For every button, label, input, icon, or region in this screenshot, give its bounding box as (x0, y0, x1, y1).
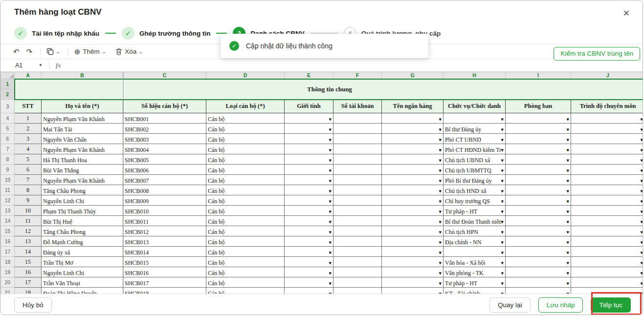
row-header-12[interactable]: 12 (1, 195, 15, 206)
cell-type[interactable]: Cán bộ (206, 175, 285, 185)
dropdown-arrow-icon[interactable]: ▼ (567, 251, 569, 256)
cell-gender[interactable]: ▼ (285, 175, 333, 185)
cell-gender[interactable]: ▼ (285, 124, 333, 134)
cell-department[interactable]: ▼ (506, 236, 571, 247)
cell-code[interactable]: SHCB015 (123, 257, 206, 267)
cell-code[interactable]: SHCB007 (123, 175, 206, 185)
cell-gender[interactable]: ▼ (285, 226, 333, 236)
column-header-F[interactable]: F (333, 72, 382, 79)
cell-name[interactable]: Mai Tấn Tài (42, 124, 123, 134)
dropdown-arrow-icon[interactable]: ▼ (439, 190, 442, 195)
cell-department[interactable]: ▼ (506, 247, 571, 257)
cell-type[interactable]: Cán bộ (206, 206, 285, 216)
dropdown-arrow-icon[interactable]: ▼ (641, 210, 643, 215)
column-header-G[interactable]: G (382, 72, 444, 79)
cell-stt[interactable]: 16 (15, 267, 42, 277)
cell-position[interactable]: Tư pháp - HT▼ (444, 277, 506, 288)
cell-name[interactable]: Tăng Châu Phong (42, 185, 123, 195)
row-header-4[interactable]: 4 (1, 113, 15, 124)
cell-name[interactable]: Trần Văn Thoại (42, 277, 123, 288)
dropdown-arrow-icon[interactable]: ▼ (329, 138, 332, 144)
cell-qualification[interactable]: ▼ (571, 247, 644, 257)
row-header-15[interactable]: 15 (1, 226, 15, 236)
row-header-17[interactable]: 17 (1, 247, 15, 257)
cell-type[interactable]: Cán bộ (206, 195, 285, 206)
cell-stt[interactable]: 9 (15, 195, 42, 206)
cell-stt[interactable]: 13 (15, 236, 42, 247)
cell-type[interactable]: Cán bộ (206, 144, 285, 154)
redo-button[interactable]: ↷ (26, 48, 33, 55)
add-row-button[interactable]: ⊕ Thêm ⌄ (74, 48, 106, 55)
cell-position[interactable]: Văn phòng - TK▼ (444, 267, 506, 277)
cell-reference-box[interactable]: A1 (15, 62, 39, 69)
cell-bank[interactable]: ▼ (382, 216, 444, 226)
cell-bank[interactable]: ▼ (382, 206, 444, 216)
cell-type[interactable]: Cán bộ (206, 165, 285, 175)
cell-bank[interactable]: ▼ (382, 165, 444, 175)
cell-code[interactable]: SHCB003 (123, 134, 206, 144)
dropdown-arrow-icon[interactable]: ▼ (567, 261, 569, 267)
cell-stt[interactable]: 3 (15, 134, 42, 144)
cell-bank[interactable]: ▼ (382, 247, 444, 257)
cell-qualification[interactable]: ▼ (571, 267, 644, 277)
dropdown-arrow-icon[interactable]: ▼ (501, 148, 504, 154)
cell-account[interactable] (333, 185, 382, 195)
cell-stt[interactable]: 12 (15, 226, 42, 236)
dropdown-arrow-icon[interactable]: ▼ (567, 272, 569, 277)
cell-stt[interactable]: 4 (15, 144, 42, 154)
cell-ref-dropdown-icon[interactable]: ▼ (39, 63, 43, 67)
cell-qualification[interactable]: ▼ (571, 144, 644, 154)
dropdown-arrow-icon[interactable]: ▼ (329, 159, 332, 164)
dropdown-arrow-icon[interactable]: ▼ (501, 128, 504, 133)
cell-gender[interactable]: ▼ (285, 277, 333, 288)
column-header-C[interactable]: C (123, 72, 206, 79)
dropdown-arrow-icon[interactable]: ▼ (567, 148, 569, 154)
dropdown-arrow-icon[interactable]: ▼ (439, 128, 442, 133)
dropdown-arrow-icon[interactable]: ▼ (329, 179, 332, 185)
column-header-D[interactable]: D (206, 72, 285, 79)
dropdown-arrow-icon[interactable]: ▼ (501, 210, 504, 215)
cell-qualification[interactable]: ▼ (571, 113, 644, 124)
cell-gender[interactable]: ▼ (285, 195, 333, 206)
cell-code[interactable]: SHCB005 (123, 154, 206, 165)
cell-name[interactable]: Tăng Châu Phong (42, 226, 123, 236)
dropdown-arrow-icon[interactable]: ▼ (501, 241, 504, 246)
cell-position[interactable]: Tư pháp - HT▼ (444, 206, 506, 216)
dropdown-arrow-icon[interactable]: ▼ (567, 118, 569, 123)
dropdown-arrow-icon[interactable]: ▼ (439, 231, 442, 236)
group-header-cell[interactable]: Thông tin chung (15, 79, 644, 100)
cell-department[interactable]: ▼ (506, 277, 571, 288)
dropdown-arrow-icon[interactable]: ▼ (501, 282, 504, 287)
column-header-I[interactable]: I (506, 72, 571, 79)
cell-name[interactable]: Nguyễn Phạm Vân Khánh (42, 144, 123, 154)
dropdown-arrow-icon[interactable]: ▼ (567, 200, 569, 205)
dropdown-arrow-icon[interactable]: ▼ (439, 282, 442, 287)
dropdown-arrow-icon[interactable]: ▼ (567, 138, 569, 144)
cell-gender[interactable]: ▼ (285, 288, 333, 294)
cell-code[interactable]: SHCB011 (123, 216, 206, 226)
cell-type[interactable]: Cán bộ (206, 267, 285, 277)
cell-position[interactable]: ▼ (444, 247, 506, 257)
dropdown-arrow-icon[interactable]: ▼ (641, 282, 643, 287)
cell-qualification[interactable]: ▼ (571, 277, 644, 288)
dropdown-arrow-icon[interactable]: ▼ (329, 251, 332, 256)
cell-department[interactable]: ▼ (506, 195, 571, 206)
dropdown-arrow-icon[interactable]: ▼ (567, 128, 569, 133)
cell-gender[interactable]: ▼ (285, 165, 333, 175)
cell-account[interactable] (333, 195, 382, 206)
cell-department[interactable]: ▼ (506, 175, 571, 185)
cell-code[interactable]: SHCB013 (123, 236, 206, 247)
cancel-button[interactable]: Hủy bỏ (14, 297, 52, 313)
dropdown-arrow-icon[interactable]: ▼ (329, 282, 332, 287)
cell-code[interactable]: SHCB004 (123, 144, 206, 154)
cell-type[interactable]: Cán bộ (206, 257, 285, 267)
dropdown-arrow-icon[interactable]: ▼ (329, 200, 332, 205)
dropdown-arrow-icon[interactable]: ▼ (501, 159, 504, 164)
cell-stt[interactable]: 10 (15, 206, 42, 216)
cell-stt[interactable]: 2 (15, 124, 42, 134)
dropdown-arrow-icon[interactable]: ▼ (567, 241, 569, 246)
dropdown-arrow-icon[interactable]: ▼ (567, 169, 569, 174)
cell-department[interactable]: ▼ (506, 216, 571, 226)
cell-name[interactable]: Đỗ Mạnh Cường (42, 236, 123, 247)
back-button[interactable]: Quay lại (489, 297, 531, 313)
